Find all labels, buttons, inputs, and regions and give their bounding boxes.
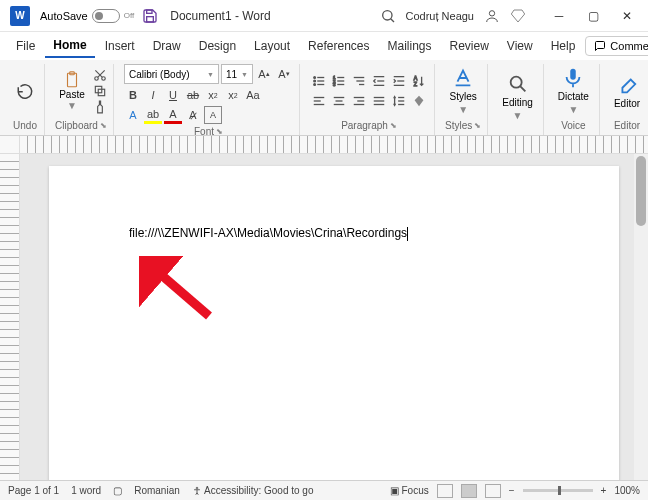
svg-line-52 bbox=[519, 85, 525, 91]
multilevel-list-button[interactable] bbox=[350, 72, 368, 90]
dialog-launcher-icon[interactable]: ⬊ bbox=[100, 121, 107, 130]
subscript-button[interactable]: x2 bbox=[204, 86, 222, 104]
vertical-scrollbar[interactable] bbox=[634, 154, 648, 480]
zoom-slider[interactable] bbox=[523, 489, 593, 492]
font-size-select[interactable]: 11▼ bbox=[221, 64, 253, 84]
menu-bar: File Home Insert Draw Design Layout Refe… bbox=[0, 32, 648, 60]
tab-layout[interactable]: Layout bbox=[246, 35, 298, 57]
web-layout-button[interactable] bbox=[485, 484, 501, 498]
change-case-button[interactable]: Aa bbox=[244, 86, 262, 104]
decrease-font-icon[interactable]: A▾ bbox=[275, 65, 293, 83]
editor-icon bbox=[616, 74, 638, 96]
paste-button[interactable]: Paste ▼ bbox=[55, 70, 89, 112]
tab-help[interactable]: Help bbox=[543, 35, 584, 57]
undo-button[interactable] bbox=[12, 80, 38, 102]
dialog-launcher-icon[interactable]: ⬊ bbox=[216, 127, 223, 136]
tab-references[interactable]: References bbox=[300, 35, 377, 57]
tab-mailings[interactable]: Mailings bbox=[379, 35, 439, 57]
increase-indent-button[interactable] bbox=[390, 72, 408, 90]
character-border-button[interactable]: A bbox=[204, 106, 222, 124]
comments-button[interactable]: Comments ▼ bbox=[585, 36, 648, 56]
sort-button[interactable]: AZ bbox=[410, 72, 428, 90]
language-status[interactable]: Romanian bbox=[134, 485, 180, 496]
dialog-launcher-icon[interactable]: ⬊ bbox=[390, 121, 397, 130]
user-avatar-icon[interactable] bbox=[484, 8, 500, 24]
svg-text:Z: Z bbox=[414, 81, 418, 87]
print-layout-button[interactable] bbox=[461, 484, 477, 498]
shading-button[interactable] bbox=[410, 92, 428, 110]
scrollbar-thumb[interactable] bbox=[636, 156, 646, 226]
tab-view[interactable]: View bbox=[499, 35, 541, 57]
document-page[interactable]: file:///\\ZENWIFI-AX\Media\Movies\Crina\… bbox=[49, 166, 619, 480]
cut-icon[interactable] bbox=[93, 68, 107, 82]
search-icon[interactable] bbox=[380, 8, 396, 24]
read-mode-button[interactable] bbox=[437, 484, 453, 498]
clipboard-group-label: Clipboard bbox=[55, 120, 98, 131]
save-icon[interactable] bbox=[142, 8, 158, 24]
line-spacing-button[interactable] bbox=[390, 92, 408, 110]
numbering-button[interactable]: 123 bbox=[330, 72, 348, 90]
editing-button[interactable]: Editing ▼ bbox=[498, 71, 537, 123]
autosave-toggle[interactable]: AutoSave Off bbox=[40, 9, 134, 23]
zoom-in-button[interactable]: + bbox=[601, 485, 607, 496]
page-info[interactable]: Page 1 of 1 bbox=[8, 485, 59, 496]
bold-button[interactable]: B bbox=[124, 86, 142, 104]
format-painter-icon[interactable] bbox=[93, 100, 107, 114]
tab-home[interactable]: Home bbox=[45, 34, 94, 58]
justify-button[interactable] bbox=[370, 92, 388, 110]
strikethrough-button[interactable]: ab bbox=[184, 86, 202, 104]
align-left-button[interactable] bbox=[310, 92, 328, 110]
focus-mode-button[interactable]: ▣ Focus bbox=[390, 485, 429, 496]
accessibility-status[interactable]: Accessibility: Good to go bbox=[192, 485, 314, 496]
decrease-indent-button[interactable] bbox=[370, 72, 388, 90]
tab-design[interactable]: Design bbox=[191, 35, 244, 57]
dialog-launcher-icon[interactable]: ⬊ bbox=[474, 121, 481, 130]
tab-draw[interactable]: Draw bbox=[145, 35, 189, 57]
ribbon-group-clipboard: Paste ▼ Clipboard⬊ bbox=[49, 64, 114, 135]
diamond-icon[interactable] bbox=[510, 8, 526, 24]
maximize-button[interactable]: ▢ bbox=[576, 0, 610, 32]
document-body-text[interactable]: file:///\\ZENWIFI-AX\Media\Movies\Crina\… bbox=[129, 226, 407, 240]
find-icon bbox=[507, 73, 529, 95]
tab-review[interactable]: Review bbox=[442, 35, 497, 57]
spellcheck-icon[interactable]: ▢ bbox=[113, 485, 122, 496]
chevron-down-icon: ▼ bbox=[207, 71, 214, 78]
autosave-label: AutoSave bbox=[40, 10, 88, 22]
vertical-ruler[interactable] bbox=[0, 154, 20, 480]
bullets-button[interactable] bbox=[310, 72, 328, 90]
text-effects-button[interactable]: A bbox=[124, 106, 142, 124]
chevron-down-icon: ▼ bbox=[568, 104, 578, 115]
tab-file[interactable]: File bbox=[8, 35, 43, 57]
clear-formatting-button[interactable]: A̷ bbox=[184, 106, 202, 124]
font-name-select[interactable]: Calibri (Body)▼ bbox=[124, 64, 219, 84]
chevron-down-icon: ▼ bbox=[458, 104, 468, 115]
align-right-button[interactable] bbox=[350, 92, 368, 110]
increase-font-icon[interactable]: A▴ bbox=[255, 65, 273, 83]
zoom-out-button[interactable]: − bbox=[509, 485, 515, 496]
styles-group-label: Styles bbox=[445, 120, 472, 131]
font-color-button[interactable]: A bbox=[164, 106, 182, 124]
word-count[interactable]: 1 word bbox=[71, 485, 101, 496]
horizontal-ruler[interactable] bbox=[0, 136, 648, 154]
tab-insert[interactable]: Insert bbox=[97, 35, 143, 57]
svg-line-3 bbox=[390, 18, 393, 21]
highlight-button[interactable]: ab bbox=[144, 106, 162, 124]
align-center-button[interactable] bbox=[330, 92, 348, 110]
undo-group-label: Undo bbox=[13, 118, 37, 133]
close-button[interactable]: ✕ bbox=[610, 0, 644, 32]
page-area[interactable]: file:///\\ZENWIFI-AX\Media\Movies\Crina\… bbox=[20, 154, 648, 480]
editor-button[interactable]: Editor bbox=[610, 72, 644, 111]
minimize-button[interactable]: ─ bbox=[542, 0, 576, 32]
superscript-button[interactable]: x2 bbox=[224, 86, 242, 104]
dictate-button[interactable]: Dictate ▼ bbox=[554, 65, 593, 117]
ribbon-group-font: Calibri (Body)▼ 11▼ A▴ A▾ B I U ab x2 x2… bbox=[118, 64, 300, 135]
word-app-icon: W bbox=[10, 6, 30, 26]
zoom-level[interactable]: 100% bbox=[614, 485, 640, 496]
copy-icon[interactable] bbox=[93, 84, 107, 98]
toggle-switch-icon[interactable] bbox=[92, 9, 120, 23]
italic-button[interactable]: I bbox=[144, 86, 162, 104]
underline-button[interactable]: U bbox=[164, 86, 182, 104]
styles-button[interactable]: Styles ▼ bbox=[446, 65, 481, 117]
user-name[interactable]: Codruț Neagu bbox=[406, 10, 475, 22]
svg-point-13 bbox=[314, 77, 316, 79]
